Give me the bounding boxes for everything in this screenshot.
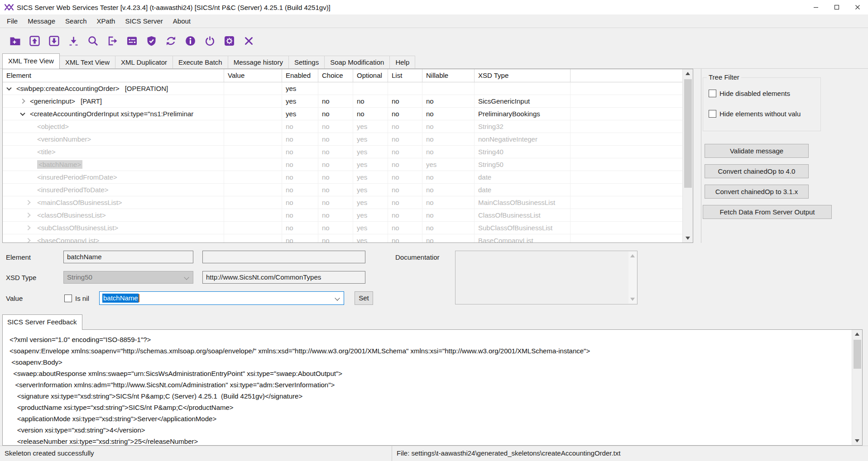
feedback-scrollbar[interactable] (852, 330, 862, 445)
table-row[interactable]: <subClassOfBusinessList> no no yes no no… (3, 222, 693, 234)
checkbox-icon[interactable] (709, 110, 716, 118)
extra-cell (571, 222, 693, 234)
column-header[interactable]: Nillable (422, 69, 475, 82)
xsd-type-cell: date (475, 184, 571, 196)
import-box-icon[interactable] (44, 32, 64, 50)
column-header[interactable]: Optional (353, 69, 388, 82)
scroll-thumb[interactable] (684, 79, 692, 188)
side-button[interactable]: Convert chainedOp to 3.1.x (705, 185, 809, 199)
enabled-cell: yes (282, 82, 318, 95)
search-icon[interactable] (83, 32, 103, 50)
tab[interactable]: XML Tree View (2, 53, 60, 69)
column-header[interactable]: Value (224, 69, 282, 82)
feedback-tab[interactable]: SICS Server Feedback (2, 314, 82, 330)
shield-check-icon[interactable] (142, 32, 161, 50)
element-cell: <objectId> (3, 120, 224, 133)
settings-box-icon[interactable] (220, 32, 239, 50)
element-extra-field[interactable] (202, 251, 365, 263)
column-header[interactable]: List (388, 69, 422, 82)
close-button[interactable] (847, 0, 868, 14)
table-row[interactable]: <versionNumber> no no yes no no nonNegat… (3, 133, 693, 146)
filter-option[interactable]: Hide disabled elements (709, 90, 817, 97)
table-row[interactable]: <insuredPeriodFromDate> no no yes no no … (3, 171, 693, 184)
element-name-field[interactable]: batchName (63, 251, 193, 263)
power-icon[interactable] (200, 32, 220, 50)
scroll-thumb[interactable] (854, 340, 861, 369)
set-button[interactable]: Set (355, 291, 373, 305)
table-row[interactable]: <insuredPeriodToDate> no no yes no no da… (3, 184, 693, 196)
scroll-down-icon[interactable] (630, 298, 635, 301)
tab[interactable]: XML Duplicator (115, 56, 173, 69)
close-x-icon[interactable] (239, 32, 259, 50)
menu-item[interactable]: Message (23, 14, 60, 28)
info-icon[interactable] (181, 32, 200, 50)
list-cell: no (388, 146, 422, 158)
tab[interactable]: Help (389, 56, 415, 69)
minimize-button[interactable] (806, 0, 826, 14)
column-header[interactable]: XSD Type (475, 69, 571, 82)
xsd-type-dropdown[interactable]: String50 (63, 271, 193, 284)
tab[interactable]: Soap Modification (324, 56, 390, 69)
value-combobox[interactable]: batchName (99, 291, 344, 305)
optional-cell (353, 82, 388, 95)
table-row[interactable]: <genericInput>[PART] yes no no no no Sic… (3, 95, 693, 108)
filter-option[interactable]: Hide elements without valu (709, 110, 817, 118)
is-nil-option[interactable]: Is nil (64, 295, 101, 302)
refresh-icon[interactable] (161, 32, 181, 50)
tab[interactable]: Message history (228, 56, 289, 69)
side-button[interactable]: Convert chainedOp to 4.0 (705, 164, 809, 178)
status-bar: Skeleton created successfully File: sett… (0, 446, 868, 461)
table-body: <swbpep:createAccountingOrder>[OPERATION… (3, 82, 693, 243)
feedback-output[interactable]: <?xml version="1.0" encoding="ISO-8859-1… (2, 329, 863, 446)
table-row[interactable]: <createAccountingOrderInput xsi:type="ns… (3, 108, 693, 120)
menu-item[interactable]: XPath (92, 14, 120, 28)
menu-item[interactable]: SICS Server (120, 14, 168, 28)
download-icon[interactable] (64, 32, 83, 50)
tree-filter-group: Tree Filter Hide disabled elements Hide … (703, 77, 821, 131)
menu-item[interactable]: File (2, 14, 23, 28)
scroll-down-icon[interactable] (686, 237, 690, 240)
table-row[interactable]: <swbpep:createAccountingOrder>[OPERATION… (3, 82, 693, 95)
menu-item[interactable]: About (168, 14, 196, 28)
table-row[interactable]: <batchName> no no yes no yes String50 (3, 158, 693, 171)
table-row[interactable]: <classOfBusinessList> no no yes no no Cl… (3, 209, 693, 222)
table-row[interactable]: <title> no no yes no no String40 (3, 146, 693, 158)
is-nil-checkbox-icon[interactable] (64, 295, 72, 302)
tab[interactable]: Execute Batch (173, 56, 228, 69)
extra-cell (571, 133, 693, 145)
table-row[interactable]: <objectId> no no yes no no String32 (3, 120, 693, 133)
element-cell: <genericInput>[PART] (3, 95, 224, 107)
documentation-area[interactable] (455, 251, 638, 304)
menu-item[interactable]: Search (60, 14, 92, 28)
column-header[interactable]: Enabled (282, 69, 318, 82)
documentation-scrollbar[interactable] (628, 252, 637, 304)
chevron-down-icon[interactable] (335, 295, 340, 300)
scroll-down-icon[interactable] (855, 439, 859, 442)
maximize-button[interactable] (826, 0, 847, 14)
side-button[interactable]: Validate message (705, 144, 809, 158)
scroll-up-icon[interactable] (855, 333, 859, 336)
send-icon[interactable] (103, 32, 122, 50)
choice-cell: no (318, 184, 353, 196)
side-button[interactable]: Fetch Data From Server Output (703, 205, 832, 219)
export-box-icon[interactable] (25, 32, 44, 50)
task-list-icon[interactable] (122, 32, 142, 50)
namespace-field[interactable]: http://www.SicsNt.com/CommonTypes (202, 271, 365, 284)
checkbox-icon[interactable] (709, 90, 716, 97)
tab[interactable]: XML Text View (59, 56, 115, 69)
element-cell: <insuredPeriodToDate> (3, 184, 224, 196)
enabled-cell: yes (282, 95, 318, 107)
column-header[interactable]: Element (3, 69, 224, 82)
tab[interactable]: Settings (288, 56, 325, 69)
xml-line: <releaseNumber xsi:type="xsd:string">25<… (10, 436, 862, 446)
table-row[interactable]: <mainClassOfBusinessList> no no yes no n… (3, 196, 693, 209)
scroll-up-icon[interactable] (630, 254, 635, 257)
scroll-up-icon[interactable] (686, 72, 690, 75)
tree-scrollbar[interactable] (682, 69, 693, 242)
optional-cell: yes (353, 158, 388, 171)
list-cell: no (388, 133, 422, 145)
list-cell: no (388, 222, 422, 234)
column-header[interactable]: Choice (318, 69, 353, 82)
table-row[interactable]: <baseCompanyList> no no yes no no BaseCo… (3, 234, 693, 243)
new-folder-icon[interactable] (5, 32, 25, 50)
